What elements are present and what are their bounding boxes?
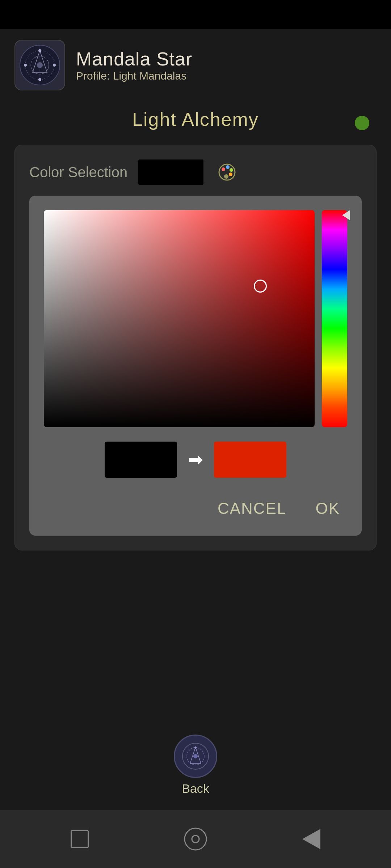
color-preview-row: ➡ [44,442,347,478]
app-info: Mandala Star Profile: Light Mandalas [76,48,192,82]
arrow-icon: ➡ [188,449,203,470]
nav-square-button[interactable] [65,825,94,854]
app-name: Mandala Star [76,48,192,70]
back-nav-icon [302,829,320,849]
ok-button[interactable]: OK [308,496,347,521]
color-selection-label: Color Selection [29,164,127,180]
svg-point-20 [193,754,198,758]
status-indicator [355,116,369,130]
svg-point-21 [194,746,197,749]
app-profile: Profile: Light Mandalas [76,70,192,82]
color-after-swatch [214,442,286,478]
svg-point-9 [24,64,27,67]
svg-point-16 [224,174,228,179]
app-header: Mandala Star Profile: Light Mandalas [0,29,391,101]
status-bar [0,0,391,29]
color-gradient-picker[interactable] [44,210,315,427]
color-swatch-current[interactable] [138,159,203,185]
color-before-swatch [105,442,177,478]
square-icon [71,830,89,848]
color-selection-card: Color Selection [14,145,377,550]
svg-point-23 [192,835,199,843]
bottom-nav [0,810,391,868]
svg-point-8 [38,78,41,81]
nav-home-button[interactable] [181,825,210,854]
section-title: Light Alchemy [0,101,391,137]
svg-point-15 [229,173,232,176]
dialog-buttons: CANCEL OK [44,492,347,521]
svg-point-12 [222,167,225,171]
nav-back-button[interactable] [297,825,326,854]
back-button[interactable] [174,735,217,778]
svg-point-10 [53,64,56,67]
color-picker-dialog: ➡ CANCEL OK [29,196,362,536]
svg-point-14 [230,168,233,172]
palette-button[interactable] [214,159,240,185]
back-label: Back [182,782,209,796]
color-selection-header: Color Selection [29,159,362,185]
cancel-button[interactable]: CANCEL [210,496,294,521]
svg-point-22 [185,828,206,850]
svg-point-13 [226,165,230,169]
hue-slider-thumb [342,210,350,220]
hue-slider[interactable] [322,210,347,427]
gradient-black-overlay [44,210,315,427]
back-area: Back [174,735,217,796]
color-picker-main [44,210,347,427]
app-logo [14,40,65,90]
svg-point-7 [38,49,41,52]
